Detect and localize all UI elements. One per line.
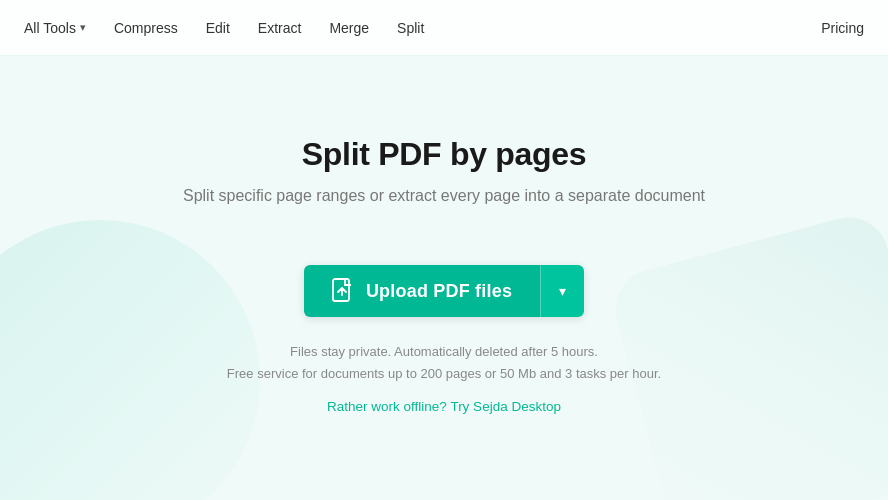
upload-pdf-button[interactable]: Upload PDF files <box>304 265 540 317</box>
all-tools-label: All Tools <box>24 20 76 36</box>
nav-item-edit[interactable]: Edit <box>206 20 230 36</box>
header: All Tools ▾ Compress Edit Extract Merge … <box>0 0 888 56</box>
info-line-2: Free service for documents up to 200 pag… <box>227 363 661 385</box>
page-subtitle: Split specific page ranges or extract ev… <box>183 187 705 205</box>
pdf-upload-icon <box>332 278 354 304</box>
page-title: Split PDF by pages <box>302 136 586 173</box>
upload-dropdown-button[interactable]: ▾ <box>540 265 584 317</box>
nav-item-split[interactable]: Split <box>397 20 424 36</box>
chevron-down-icon: ▾ <box>80 21 86 34</box>
upload-button-container: Upload PDF files ▾ <box>304 265 584 317</box>
nav-right: Pricing <box>821 20 864 36</box>
dropdown-chevron-icon: ▾ <box>559 283 566 299</box>
info-text: Files stay private. Automatically delete… <box>227 341 661 385</box>
offline-link[interactable]: Rather work offline? Try Sejda Desktop <box>327 399 561 414</box>
nav-item-extract[interactable]: Extract <box>258 20 302 36</box>
nav-item-compress[interactable]: Compress <box>114 20 178 36</box>
nav-item-merge[interactable]: Merge <box>329 20 369 36</box>
main-content: Split PDF by pages Split specific page r… <box>0 56 888 414</box>
info-line-1: Files stay private. Automatically delete… <box>227 341 661 363</box>
nav-pricing[interactable]: Pricing <box>821 20 864 36</box>
nav-left: All Tools ▾ Compress Edit Extract Merge … <box>24 20 821 36</box>
upload-label: Upload PDF files <box>366 281 512 302</box>
nav-all-tools[interactable]: All Tools ▾ <box>24 20 86 36</box>
